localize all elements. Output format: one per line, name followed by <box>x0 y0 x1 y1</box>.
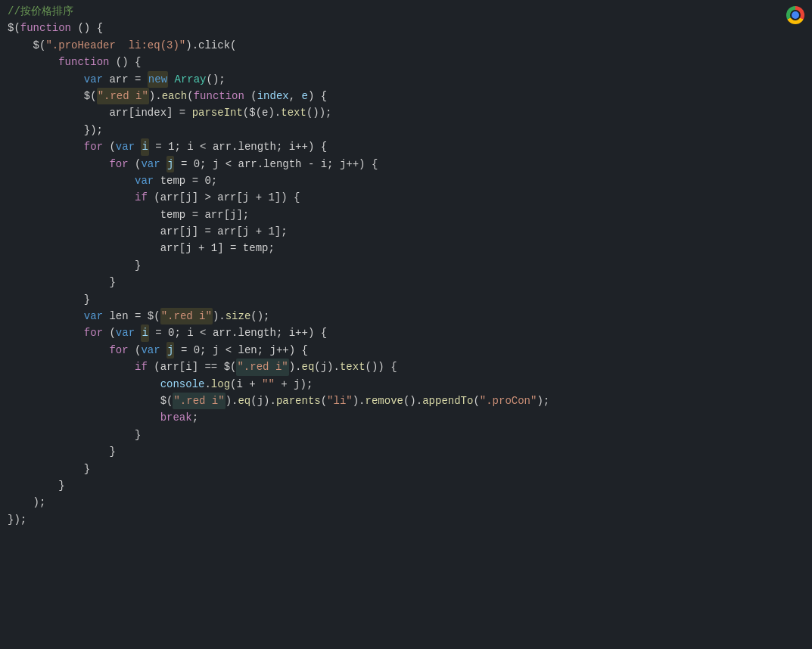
indent5d <box>8 359 135 375</box>
if-cond: (arr[j] > arr[j + 1]) { <box>148 189 300 206</box>
selector-red-i2: ".red i" <box>160 308 213 324</box>
comma1: , <box>289 88 302 104</box>
array-constructor: Array <box>174 71 206 88</box>
indent5e: } <box>8 427 141 443</box>
break-kw: break <box>160 409 192 426</box>
editor-container: //按价格排序 $(function () { $(".proHeader li… <box>0 0 812 649</box>
parseint-args: ($(e). <box>243 104 281 121</box>
line-for-outer: for (var i = 1; i < arr.length; i++) { <box>8 138 812 155</box>
dollar-sign: $( <box>8 20 20 36</box>
line-arr-index: arr[index] = parseInt($(e).text()); <box>8 104 812 121</box>
indent6: temp = arr[j]; <box>8 206 249 223</box>
for-paren1: ( <box>103 138 116 155</box>
var-kw2: var <box>116 138 135 155</box>
chain1: ). <box>226 393 238 409</box>
indent5b <box>8 189 135 206</box>
line-dollar-red-parents: $(".red i").eq(j).parents("li").remove()… <box>8 393 812 409</box>
indent3d: } <box>8 291 90 308</box>
space-i2 <box>135 324 141 341</box>
for-paren4: ( <box>129 342 142 359</box>
indent5 <box>8 172 135 189</box>
function-keyword: function <box>20 20 71 36</box>
dot1: . <box>204 376 210 393</box>
text-func2: text <box>340 359 366 375</box>
var-kw6: var <box>116 324 135 341</box>
var-kw: var <box>84 71 103 88</box>
line-close-each: }); <box>8 122 812 138</box>
var-j: j <box>166 156 174 172</box>
space2 <box>168 71 174 88</box>
space-j2 <box>160 342 166 359</box>
size-call: ). <box>213 308 226 324</box>
indent6d <box>8 376 160 393</box>
line-console-log: console.log(i + "" + j); <box>8 376 812 393</box>
indent3e <box>8 308 84 324</box>
indent3b: $( <box>8 88 97 104</box>
indent4: arr[index] = <box>8 104 192 121</box>
close-each-brace: }); <box>8 122 103 138</box>
line-close-for-j2: } <box>8 443 812 460</box>
var-kw7: var <box>141 342 160 359</box>
for-assign1: = 1; i < arr.length; i++) { <box>149 138 327 155</box>
indent5c: } <box>8 257 141 274</box>
text-func: text <box>281 104 306 121</box>
params: ( <box>244 88 257 104</box>
param-e: e <box>302 88 308 104</box>
new-kw: new <box>148 71 168 88</box>
function-kw3: function <box>194 88 244 104</box>
appendTo-func: appendTo <box>422 393 473 409</box>
line-for-inner: for (var j = 0; j < arr.length - i; j++)… <box>8 156 812 172</box>
remove-paren: (). <box>403 393 422 409</box>
for-kw1: for <box>84 138 103 155</box>
for-assign2: = 0; j < arr.length - i; j++) { <box>174 156 378 172</box>
indent3 <box>8 71 84 88</box>
line-dollar-function: $(function () { <box>8 20 812 36</box>
close-dollar-paren: }); <box>8 511 26 528</box>
line-for-j2: for (var j = 0; j < len; j++) { <box>8 342 812 359</box>
line-close-dollar: }); <box>8 511 812 528</box>
code-area: //按价格排序 $(function () { $(".proHeader li… <box>0 0 812 531</box>
appendTo-arg: ( <box>473 393 479 409</box>
space1: arr = <box>103 71 148 88</box>
line-close-click: ); <box>8 494 812 511</box>
plus-j: + j); <box>275 376 313 393</box>
chrome-icon <box>786 6 804 24</box>
for-assign3: = 0; i < arr.length; i++) { <box>149 324 327 341</box>
log-args: (i + <box>230 376 262 393</box>
indent3f <box>8 324 84 341</box>
eq-func: eq <box>302 359 315 375</box>
eq-paren: (j). <box>314 359 340 375</box>
line-comment: //按价格排序 <box>8 3 812 20</box>
selector-red-i: ".red i" <box>97 88 149 104</box>
for-assign4: = 0; j < len; j++) { <box>174 342 307 359</box>
func-paren: () { <box>109 54 141 70</box>
for-paren2: ( <box>129 156 142 172</box>
var-i: i <box>141 138 148 155</box>
indent1b: ); <box>8 494 45 511</box>
line-var-len: var len = $(".red i").size(); <box>8 308 812 324</box>
comment-text: //按价格排序 <box>8 3 73 20</box>
empty-str: "" <box>262 376 275 393</box>
var-i2: i <box>141 324 148 341</box>
indent2b: } <box>8 477 65 494</box>
line-close-if: } <box>8 257 812 274</box>
var-kw5: var <box>84 308 103 324</box>
click-call: ).click( <box>185 37 236 54</box>
remove-chain: ). <box>353 393 366 409</box>
indent1: $( <box>8 37 45 54</box>
line-arr-j-assign: arr[j] = arr[j + 1]; <box>8 223 812 240</box>
semicolon1: ); <box>537 393 549 409</box>
remove-func: remove <box>366 393 403 409</box>
indent4d <box>8 342 109 359</box>
param-index: index <box>257 88 289 104</box>
if-kw2: if <box>135 359 148 375</box>
eq-chain: ). <box>289 359 302 375</box>
for-kw3: for <box>84 324 103 341</box>
line-if-arr-eq: if (arr[i] == $(".red i").eq(j).text()) … <box>8 359 812 375</box>
var-kw3: var <box>141 156 160 172</box>
line-red-each: $(".red i").each(function (index, e) { <box>8 88 812 104</box>
indent4c: } <box>8 274 116 290</box>
line-arr-j1-assign: arr[j + 1] = temp; <box>8 240 812 256</box>
for-kw4: for <box>109 342 128 359</box>
line-close-func: } <box>8 477 812 494</box>
